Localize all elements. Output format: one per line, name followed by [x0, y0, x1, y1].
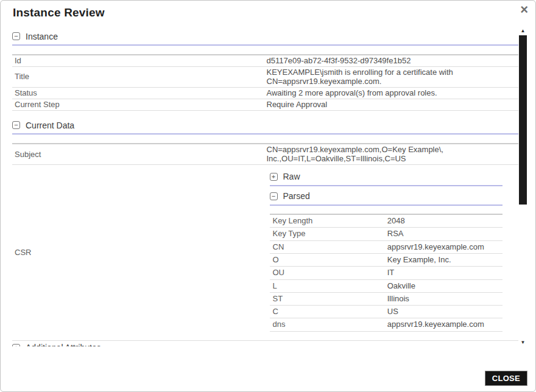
section-accent-rule — [12, 44, 518, 46]
row-value: Require Approval — [266, 99, 519, 111]
row-value: IT — [386, 267, 503, 279]
section-header-current-data[interactable]: − Current Data — [12, 121, 518, 130]
row-value: d5117e09-ab72-4f3f-9532-d97349fe1b52 — [266, 55, 519, 67]
table-row: OU IT — [270, 267, 503, 279]
csr-cell: + Raw − Parsed — [266, 165, 519, 341]
row-label: ST — [270, 292, 386, 305]
table-row: Current Step Require Approval — [12, 99, 518, 111]
row-value: Key Example, Inc. — [386, 253, 503, 266]
table-row: ST Illinois — [270, 292, 503, 305]
row-label: Key Length — [270, 214, 386, 228]
scroll-down-icon[interactable]: ▼ — [519, 339, 527, 346]
row-label: L — [270, 279, 386, 292]
scroll-up-icon[interactable]: ▲ — [519, 27, 527, 35]
table-row: Key Length 2048 — [270, 214, 503, 228]
row-value: Illinois — [386, 292, 503, 305]
close-icon[interactable]: × — [520, 2, 528, 17]
row-label: Id — [12, 55, 266, 67]
section-label: Parsed — [283, 192, 310, 201]
collapse-icon: − — [12, 121, 20, 129]
modal-footer: CLOSE — [1, 346, 535, 392]
row-value: Oakville — [386, 279, 503, 292]
section-header-raw[interactable]: + Raw — [270, 172, 503, 181]
table-row: L Oakville — [270, 279, 503, 292]
csr-content: + Raw − Parsed — [270, 172, 503, 332]
row-label: CN — [270, 240, 386, 253]
row-label: O — [270, 253, 386, 266]
instance-review-modal: Instance Review × − Instance Id d5117e09… — [0, 0, 536, 392]
row-label: OU — [270, 267, 386, 279]
modal-header: Instance Review × — [1, 1, 535, 27]
table-row: Status Awaiting 2 more approval(s) from … — [12, 87, 518, 99]
csr-parsed-table: Key Length 2048 Key Type RSA CN — [270, 214, 503, 332]
table-row: Id d5117e09-ab72-4f3f-9532-d97349fe1b52 — [12, 55, 518, 67]
section-accent-rule — [12, 133, 518, 135]
scroll-content: − Instance Id d5117e09-ab72-4f3f-9532-d9… — [12, 27, 518, 346]
row-label: Key Type — [270, 228, 386, 240]
table-row: Key Type RSA — [270, 228, 503, 240]
table-row: dns appsrvr19.keyexample.com — [270, 318, 503, 331]
section-current-data: − Current Data Subject CN=appsrvr19.keye… — [12, 121, 518, 340]
scrollbar-thumb[interactable] — [519, 35, 527, 205]
modal-body: − Instance Id d5117e09-ab72-4f3f-9532-d9… — [1, 27, 535, 346]
collapse-icon: − — [270, 192, 278, 200]
table-row-subject: Subject CN=appsrvr19.keyexample.com,O=Ke… — [12, 144, 518, 164]
collapse-icon: − — [12, 32, 20, 40]
row-label: Status — [12, 87, 266, 99]
section-header-parsed[interactable]: − Parsed — [270, 192, 503, 201]
section-header-instance[interactable]: − Instance — [12, 32, 518, 41]
row-label: Current Step — [12, 99, 266, 111]
row-label: C — [270, 306, 386, 318]
row-label: CSR — [12, 165, 266, 341]
expand-icon: + — [270, 173, 278, 181]
table-row: O Key Example, Inc. — [270, 253, 503, 266]
section-label: Raw — [283, 172, 300, 181]
section-label: Current Data — [26, 121, 74, 130]
row-value: RSA — [386, 228, 503, 240]
row-value: Awaiting 2 more approval(s) from approva… — [266, 87, 519, 99]
row-value: CN=appsrvr19.keyexample.com,O=Key Exampl… — [266, 144, 519, 164]
table-row: C US — [270, 306, 503, 318]
row-label: Title — [12, 67, 266, 88]
row-label: dns — [270, 318, 386, 331]
page-title: Instance Review — [13, 6, 523, 19]
section-label: Instance — [26, 32, 58, 41]
section-accent-rule — [270, 185, 503, 186]
row-value: appsrvr19.keyexample.com — [386, 318, 503, 331]
row-label: Subject — [12, 144, 266, 164]
table-row: CN appsrvr19.keyexample.com — [270, 240, 503, 253]
close-button[interactable]: CLOSE — [485, 371, 527, 386]
table-row: Title KEYEXAMPLE\jsmith is enrolling for… — [12, 67, 518, 88]
table-row-csr: CSR + Raw − Parsed — [12, 165, 518, 341]
row-value: US — [386, 306, 503, 318]
row-value: appsrvr19.keyexample.com — [386, 240, 503, 253]
vertical-scrollbar[interactable]: ▲ ▼ — [519, 27, 527, 346]
instance-table: Id d5117e09-ab72-4f3f-9532-d97349fe1b52 … — [12, 54, 518, 111]
current-data-table: Subject CN=appsrvr19.keyexample.com,O=Ke… — [12, 143, 518, 340]
row-value: 2048 — [386, 214, 503, 228]
section-instance: − Instance Id d5117e09-ab72-4f3f-9532-d9… — [12, 32, 518, 111]
section-accent-rule — [270, 205, 503, 206]
row-value: KEYEXAMPLE\jsmith is enrolling for a cer… — [266, 67, 519, 88]
